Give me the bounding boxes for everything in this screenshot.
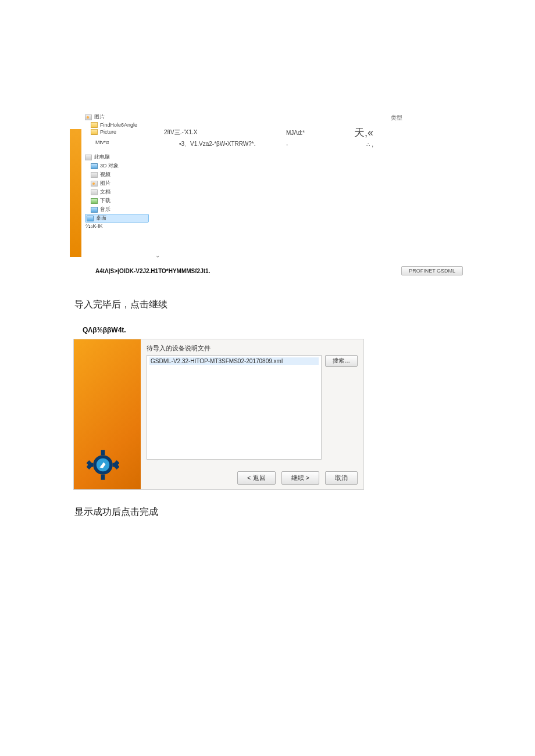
tree-item[interactable]: 图片: [85, 113, 149, 121]
tree-label: 下载: [100, 197, 110, 205]
file-list-area: 类型 2ftV三.-'X1.X MJΛd:* 天,« •3、V1.Vza2-*β…: [151, 110, 465, 261]
tree-label: 图片: [100, 180, 110, 187]
file-date: -: [286, 141, 333, 148]
tree-label: FindHole6Angle: [100, 122, 137, 128]
tree-item[interactable]: 下载: [85, 196, 149, 205]
folder-tree: 图片 FindHole6Angle Picture Mtv*α 此电脑 3D 对…: [81, 110, 151, 261]
tree-item[interactable]: ⁷⁄₁₀K·IK: [85, 223, 149, 230]
instruction-text-2: 显示成功后点击完成: [74, 506, 465, 518]
file-row[interactable]: 2ftV三.-'X1.X MJΛd:* 天,«: [164, 127, 465, 138]
tree-item[interactable]: 3D 对象: [85, 162, 149, 170]
wizard-window-title: QΛβ⅜ββW4t.: [83, 326, 465, 334]
wizard-heading: 待导入的设备说明文件: [147, 344, 358, 353]
chevron-down-icon[interactable]: ⌄: [154, 252, 162, 260]
instruction-text-1: 导入完毕后，点击继续: [74, 299, 465, 311]
gear-icon: [87, 449, 119, 481]
svg-rect-1: [101, 450, 105, 455]
continue-button[interactable]: 继续 >: [281, 471, 319, 485]
list-item[interactable]: GSDML-V2.32-HITOP-MT3SFMS02-20170809.xml: [149, 357, 319, 365]
file-size: 天,«: [333, 126, 373, 139]
cancel-button[interactable]: 取消: [325, 471, 358, 485]
tree-item-desktop[interactable]: 桌面: [85, 214, 149, 223]
documents-icon: [91, 189, 98, 195]
filename-bar: A4tΛ|S>|OIDK-V2J2.H1TO*HYMMMSf2Jt1. PROF…: [81, 264, 465, 278]
tree-label: 3D 对象: [100, 162, 119, 170]
downloads-icon: [91, 198, 98, 204]
wizard-main: 待导入的设备说明文件 GSDML-V2.32-HITOP-MT3SFMS02-2…: [141, 339, 363, 489]
tree-label: ⁷⁄₁₀K·IK: [85, 223, 103, 229]
videos-icon: [91, 172, 98, 178]
sidebar-accent: [70, 129, 81, 257]
column-header-type[interactable]: 类型: [391, 114, 402, 122]
pictures-icon: [85, 114, 92, 120]
file-size: ∴ ,: [333, 141, 373, 148]
filename-field[interactable]: A4tΛ|S>|OIDK-V2J2.H1TO*HYMMMSf2Jt1.: [81, 268, 210, 274]
import-wizard-dialog: 待导入的设备说明文件 GSDML-V2.32-HITOP-MT3SFMS02-2…: [73, 339, 364, 490]
desktop-icon: [87, 216, 94, 221]
objects3d-icon: [91, 163, 98, 169]
computer-icon: [85, 155, 92, 160]
file-type-filter[interactable]: PROFINET GSDML: [401, 266, 463, 275]
tree-label: 音乐: [100, 206, 110, 213]
file-name: •3、V1.Vza2-*βW•XTRRW?*.: [164, 140, 286, 148]
folder-icon: [91, 122, 98, 128]
tree-label: Mtv*α: [95, 139, 109, 145]
tree-group-header[interactable]: 此电脑: [85, 153, 149, 162]
file-name: 2ftV三.-'X1.X: [164, 128, 286, 137]
folder-icon: [91, 129, 98, 135]
tree-label: 图片: [94, 113, 105, 121]
tree-label: 桌面: [96, 214, 106, 222]
tree-item[interactable]: FindHole6Angle: [85, 121, 149, 128]
tree-label: 此电脑: [94, 153, 110, 161]
pictures-icon: [91, 181, 98, 187]
file-list[interactable]: GSDML-V2.32-HITOP-MT3SFMS02-20170809.xml: [147, 355, 322, 460]
file-browser-dialog: 图片 FindHole6Angle Picture Mtv*α 此电脑 3D 对…: [70, 110, 465, 261]
tree-item[interactable]: 视频: [85, 170, 149, 179]
tree-label: 视频: [100, 171, 110, 178]
tree-item[interactable]: Picture: [85, 128, 149, 135]
tree-item[interactable]: 音乐: [85, 205, 149, 214]
tree-label: Picture: [100, 129, 116, 135]
back-button[interactable]: < 返回: [237, 471, 275, 485]
tree-item[interactable]: 文档: [85, 188, 149, 196]
tree-item[interactable]: Mtv*α: [85, 139, 149, 146]
tree-label: 文档: [100, 188, 110, 196]
file-date: MJΛd:*: [286, 130, 333, 136]
file-row[interactable]: •3、V1.Vza2-*βW•XTRRW?*. - ∴ ,: [164, 138, 465, 150]
browse-button[interactable]: 搜索…: [325, 355, 358, 367]
tree-item[interactable]: 图片: [85, 179, 149, 188]
svg-rect-2: [101, 475, 105, 480]
music-icon: [91, 207, 98, 213]
wizard-sidebar: [74, 339, 141, 489]
